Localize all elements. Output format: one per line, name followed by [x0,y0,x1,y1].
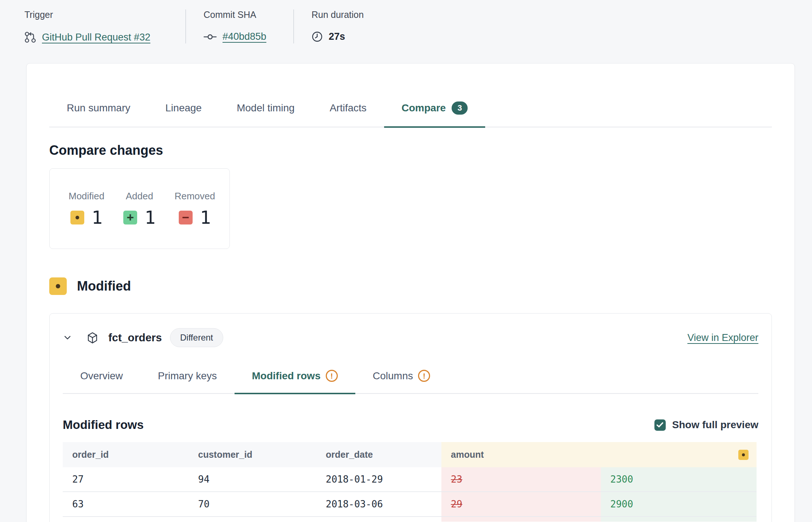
commit-label: Commit SHA [204,9,274,20]
tab-label: Lineage [165,102,202,114]
cell-customer-id: 70 [189,492,316,516]
stat-count: 1 [144,207,155,228]
git-commit-icon [204,32,217,42]
tab-label: Artifacts [330,102,367,114]
column-header-order-date: order_date [316,442,441,467]
compare-summary-card: Modified 1 Added 1 Removed 1 [49,168,230,249]
tab-lineage[interactable]: Lineage [148,101,219,128]
trigger-link[interactable]: GitHub Pull Request #32 [42,32,150,43]
tab-artifacts[interactable]: Artifacts [312,101,384,128]
tab-run-summary[interactable]: Run summary [49,101,148,128]
cell-amount-old: 23 [441,467,601,491]
column-header-order-id: order_id [63,442,189,467]
cell-amount-old [441,517,601,522]
cell-customer-id [189,517,316,522]
modified-rows-header: Modified rows Show full preview [63,418,758,432]
view-in-explorer-link[interactable]: View in Explorer [687,332,758,343]
stat-label: Removed [174,191,215,202]
run-page: Trigger GitHub Pull Request #32 Commit S… [0,0,812,522]
column-header-customer-id: customer_id [189,442,316,467]
stat-modified: Modified 1 [69,191,104,249]
stat-label: Modified [69,191,104,202]
cell-amount-old: 29 [441,492,601,516]
stat-added: Added 1 [123,191,155,249]
run-detail-card: Run summary Lineage Model timing Artifac… [26,63,795,522]
compare-changes-title: Compare changes [49,143,772,158]
duration-text: 27s [329,31,345,42]
tab-compare[interactable]: Compare 3 [384,101,486,128]
commit-section: Commit SHA #40bd85b [185,9,293,43]
table-row: 27 94 2018-01-29 23 2300 [63,467,757,492]
trigger-value: GitHub Pull Request #32 [24,31,166,43]
cell-order-date [316,517,441,522]
column-header-amount: amount [441,442,757,467]
tab-label: Modified rows [252,370,321,382]
modified-section-heading: Modified [49,277,772,295]
tab-label: Run summary [67,102,130,114]
removed-icon [179,211,193,224]
modified-icon [738,450,749,460]
modified-icon [49,277,67,295]
warning-icon [326,370,338,382]
model-header: fct_orders Different View in Explorer [63,328,758,347]
stat-value: 1 [123,207,155,228]
modified-section-title: Modified [77,279,131,294]
trigger-label: Trigger [24,9,166,20]
model-name: fct_orders [108,331,162,344]
cell-amount-new: 2300 [601,467,757,491]
tab-columns[interactable]: Columns [355,370,448,394]
cell-order-date: 2018-01-29 [316,467,441,491]
cell-order-id [63,517,189,522]
modified-rows-table: order_id customer_id order_date amount 2… [63,442,757,522]
cell-order-id: 27 [63,467,189,491]
stat-value: 1 [70,207,103,228]
checkbox-checked-icon[interactable] [654,419,666,431]
cell-amount-new: 2900 [601,492,757,516]
cell-order-id: 63 [63,492,189,516]
tab-label: Primary keys [158,370,217,382]
warning-icon [418,370,430,382]
clock-icon [312,31,323,42]
duration-value: 27s [312,31,364,42]
trigger-section: Trigger GitHub Pull Request #32 [24,9,185,43]
column-header-amount-label: amount [451,449,484,460]
git-pull-request-icon [24,31,36,43]
stat-removed: Removed 1 [174,191,215,249]
commit-sha-link[interactable]: #40bd85b [223,31,266,42]
stat-count: 1 [92,207,103,228]
run-meta-header: Trigger GitHub Pull Request #32 Commit S… [0,0,812,43]
tab-modified-rows[interactable]: Modified rows [235,370,355,394]
show-full-preview-toggle[interactable]: Show full preview [654,419,758,431]
modified-icon [70,211,84,224]
duration-section: Run duration 27s [293,9,383,43]
model-card-fct-orders: fct_orders Different View in Explorer Ov… [49,313,772,522]
added-icon [123,211,137,224]
package-icon [87,332,98,344]
table-header-row: order_id customer_id order_date amount [63,442,757,467]
model-tabs: Overview Primary keys Modified rows Colu… [63,370,758,394]
model-status-badge: Different [170,328,223,347]
tab-label: Columns [373,370,413,382]
tab-primary-keys[interactable]: Primary keys [140,370,235,394]
duration-label: Run duration [312,9,364,20]
run-tabs: Run summary Lineage Model timing Artifac… [49,101,772,127]
tab-overview[interactable]: Overview [63,370,140,394]
show-full-preview-label: Show full preview [672,419,758,431]
stat-count: 1 [200,207,211,228]
tab-label: Overview [80,370,123,382]
cell-amount-new [601,517,757,522]
cell-order-date: 2018-03-06 [316,492,441,516]
chevron-down-icon[interactable] [63,333,72,342]
tab-label: Compare [402,102,446,114]
tab-model-timing[interactable]: Model timing [219,101,312,128]
cell-customer-id: 94 [189,467,316,491]
modified-rows-title: Modified rows [63,418,144,432]
tab-label: Model timing [237,102,295,114]
table-row-partial [63,517,757,522]
stat-value: 1 [179,207,211,228]
compare-count-badge: 3 [452,101,468,115]
table-row: 63 70 2018-03-06 29 2900 [63,492,757,517]
stat-label: Added [126,191,153,202]
commit-value: #40bd85b [204,31,274,42]
